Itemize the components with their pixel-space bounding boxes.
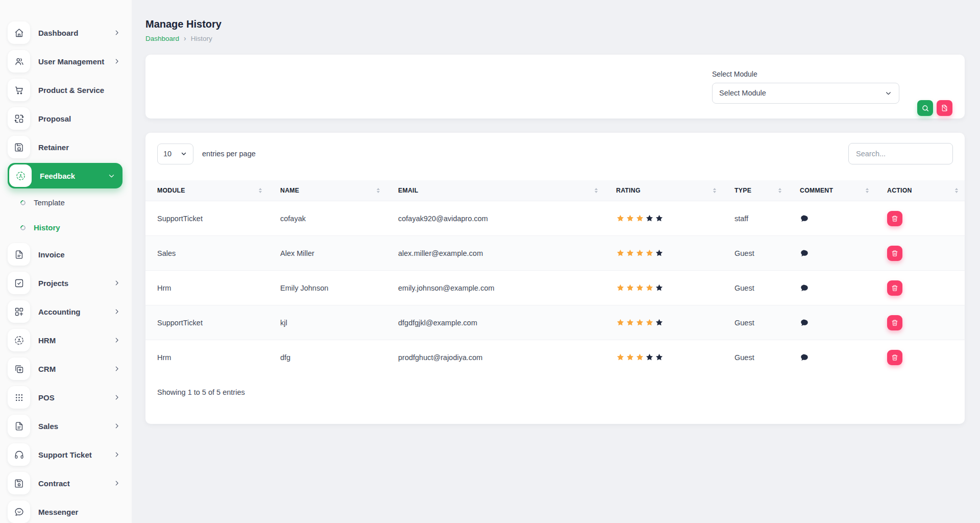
filter-card: Select Module Select Module [145, 55, 965, 118]
breadcrumb-dashboard-link[interactable]: Dashboard [145, 35, 179, 42]
page-title: Manage History [145, 18, 965, 30]
star-icon [655, 249, 664, 257]
rating-stars [616, 249, 718, 257]
sidebar-item-label: Contract [38, 479, 113, 488]
table-footer-status: Showing 1 to 5 of 5 entries [145, 375, 965, 424]
star-icon [645, 283, 654, 292]
sidebar-item-retainer[interactable]: Retainer [0, 133, 132, 161]
sidebar-item-label: User Management [38, 57, 113, 66]
sidebar-item-pos[interactable]: POS [0, 383, 132, 412]
table-card: 10 entries per page MODULENAMEEMAILRATIN… [145, 133, 965, 424]
sidebar-item-projects[interactable]: Projects [0, 269, 132, 297]
column-header-action[interactable]: ACTION [875, 180, 965, 201]
column-header-email[interactable]: EMAIL [386, 180, 604, 201]
star-icon [626, 318, 634, 327]
headphones-icon [8, 443, 30, 466]
table-row: SupportTicketkjldfgdfgjkl@example.comGue… [145, 305, 965, 340]
sort-icon [595, 188, 598, 193]
sidebar-item-sales[interactable]: Sales [0, 412, 132, 440]
cell-comment [788, 201, 875, 236]
sidebar-item-dashboard[interactable]: Dashboard [0, 18, 132, 47]
sidebar-item-user-management[interactable]: User Management [0, 47, 132, 76]
delete-button[interactable] [887, 350, 902, 365]
table-row: SupportTicketcofayakcofayak920@avidapro.… [145, 201, 965, 236]
circle-bullet-icon [19, 224, 27, 231]
column-header-type[interactable]: TYPE [723, 180, 788, 201]
comment-button[interactable] [800, 283, 809, 293]
invoice-icon [8, 243, 30, 266]
cell-action [875, 236, 965, 271]
cell-name: Emily Johnson [268, 271, 386, 305]
cell-comment [788, 305, 875, 340]
cell-name: dfg [268, 340, 386, 375]
cell-comment [788, 340, 875, 375]
sidebar-nav: DashboardUser ManagementProduct & Servic… [0, 18, 132, 523]
chevron-right-icon [113, 480, 120, 487]
chevron-right-icon [113, 58, 120, 65]
sidebar-item-accounting[interactable]: Accounting [0, 297, 132, 326]
table-search-input[interactable] [848, 143, 953, 164]
sidebar-item-proposal[interactable]: Proposal [0, 104, 132, 133]
star-icon [635, 249, 644, 257]
search-button[interactable] [917, 100, 933, 116]
main-content: Manage History Dashboard › History Selec… [132, 0, 980, 424]
users-icon [8, 50, 30, 73]
messenger-icon [8, 501, 30, 523]
page-size-controls: 10 entries per page [157, 144, 256, 164]
column-header-module[interactable]: MODULE [145, 180, 268, 201]
sidebar-item-support-ticket[interactable]: Support Ticket [0, 440, 132, 469]
star-icon [645, 353, 654, 362]
sidebar-item-label: Proposal [38, 114, 122, 123]
retainer-icon [8, 136, 30, 158]
sidebar-item-feedback[interactable]: Feedback [8, 163, 122, 188]
chevron-right-icon [113, 365, 120, 372]
comment-button[interactable] [800, 318, 809, 327]
cell-email: emily.johnson@example.com [386, 271, 604, 305]
delete-button[interactable] [887, 315, 902, 330]
cell-module: Sales [145, 236, 268, 271]
star-icon [635, 318, 644, 327]
column-header-name[interactable]: NAME [268, 180, 386, 201]
sidebar-item-label: Product & Service [38, 86, 122, 94]
column-header-comment[interactable]: COMMENT [788, 180, 875, 201]
table-row: HrmEmily Johnsonemily.johnson@example.co… [145, 271, 965, 305]
circle-bullet-icon [19, 199, 27, 206]
sort-icon [259, 188, 262, 193]
delete-button[interactable] [887, 211, 902, 226]
reset-filter-button[interactable] [937, 100, 952, 116]
cell-action [875, 340, 965, 375]
contract-icon [8, 472, 30, 494]
comment-icon [800, 249, 809, 258]
sidebar-item-crm[interactable]: CRM [0, 354, 132, 383]
star-icon [655, 283, 664, 292]
column-header-label: COMMENT [800, 187, 833, 194]
star-icon [645, 318, 654, 327]
sidebar-subitem-template[interactable]: Template [0, 190, 132, 215]
star-icon [635, 283, 644, 292]
column-header-rating[interactable]: RATING [604, 180, 723, 201]
cell-type: Guest [723, 271, 788, 305]
select-module-value: Select Module [719, 89, 766, 97]
sidebar-subitem-history[interactable]: History [0, 215, 132, 240]
sidebar-item-product-service[interactable]: Product & Service [0, 76, 132, 104]
chevron-right-icon [113, 337, 120, 344]
comment-icon [800, 283, 809, 293]
sidebar-item-invoice[interactable]: Invoice [0, 240, 132, 269]
sidebar-item-label: Dashboard [38, 29, 113, 37]
sidebar-item-contract[interactable]: Contract [0, 469, 132, 497]
comment-button[interactable] [800, 353, 809, 362]
cell-email: prodfghuct@rajodiya.com [386, 340, 604, 375]
page-size-select[interactable]: 10 [157, 144, 193, 164]
feedback-icon [9, 164, 32, 187]
cell-email: cofayak920@avidapro.com [386, 201, 604, 236]
delete-button[interactable] [887, 280, 902, 296]
select-module-dropdown[interactable]: Select Module [712, 83, 899, 104]
sidebar-subitem-label: Template [34, 198, 65, 207]
crm-icon [8, 358, 30, 380]
delete-button[interactable] [887, 246, 902, 261]
sidebar-item-messenger[interactable]: Messenger [0, 497, 132, 523]
column-header-label: TYPE [734, 187, 751, 194]
comment-button[interactable] [800, 249, 809, 258]
comment-button[interactable] [800, 214, 809, 223]
sidebar-item-hrm[interactable]: HRM [0, 326, 132, 354]
